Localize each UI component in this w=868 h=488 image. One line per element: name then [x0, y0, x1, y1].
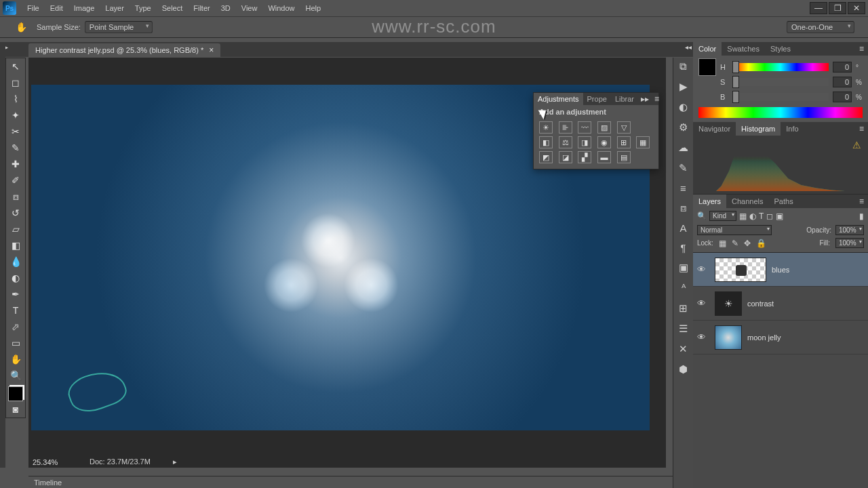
lock-pixels-icon[interactable]: ✎: [732, 239, 738, 248]
crop-tool-icon[interactable]: ✂: [8, 124, 23, 139]
panel-icon-cross[interactable]: ✕: [679, 343, 688, 355]
filter-smart-icon[interactable]: ▣: [776, 211, 783, 221]
menu-edit[interactable]: Edit: [45, 0, 68, 16]
layers-panel-menu-icon[interactable]: ≡: [855, 197, 868, 206]
path-select-tool-icon[interactable]: ⬀: [8, 319, 23, 334]
lasso-tool-icon[interactable]: ⌇: [8, 92, 23, 106]
levels-icon[interactable]: ⊪: [559, 121, 572, 134]
lock-transparency-icon[interactable]: ▦: [719, 239, 726, 248]
color-balance-icon[interactable]: ⚖: [559, 136, 572, 148]
eraser-tool-icon[interactable]: ▱: [8, 222, 23, 237]
layer-row[interactable]: 👁 ☀ contrast: [693, 287, 868, 321]
panel-icon-para[interactable]: ¶: [680, 242, 686, 253]
tab-close-icon[interactable]: ×: [209, 45, 214, 55]
document-tab[interactable]: Higher contrast jelly.psd @ 25.3% (blues…: [28, 43, 220, 57]
tab-color[interactable]: Color: [693, 42, 722, 56]
status-play-icon[interactable]: ▸: [173, 458, 177, 466]
quick-mask-icon[interactable]: ◙: [8, 402, 23, 417]
panel-icon-char[interactable]: A: [679, 222, 686, 234]
zoom-tool-icon[interactable]: 🔍: [8, 368, 23, 383]
visibility-icon[interactable]: 👁: [697, 298, 709, 308]
filter-toggle-icon[interactable]: ▮: [859, 211, 864, 221]
b-value[interactable]: 0: [833, 92, 852, 102]
fill-input[interactable]: 100%: [835, 238, 864, 248]
panel-icon-stack[interactable]: ⧈: [680, 202, 687, 214]
expand-right-icon[interactable]: ◂◂: [685, 43, 692, 51]
panel-icon-sliders[interactable]: ≡: [680, 182, 686, 194]
lock-all-icon[interactable]: 🔒: [756, 239, 766, 248]
layer-row[interactable]: 👁 moon jelly: [693, 321, 868, 354]
panel-icon-a2[interactable]: ᴬ: [682, 282, 686, 294]
exposure-icon[interactable]: ▨: [597, 121, 611, 134]
layer-name[interactable]: blues: [772, 266, 789, 274]
tab-paths[interactable]: Paths: [769, 195, 799, 208]
filter-kind-dropdown[interactable]: Kind: [709, 211, 736, 221]
visibility-icon[interactable]: 👁: [697, 332, 709, 342]
tab-navigator[interactable]: Navigator: [693, 122, 736, 136]
panel-icon-yin[interactable]: ◐: [679, 101, 688, 113]
menu-help[interactable]: Help: [300, 0, 327, 16]
blend-mode-dropdown[interactable]: Normal: [697, 225, 772, 235]
threshold-icon[interactable]: ▞: [578, 151, 591, 163]
nav-panel-menu-icon[interactable]: ≡: [855, 124, 868, 134]
opacity-input[interactable]: 100%: [835, 225, 864, 235]
panel-icon-grid[interactable]: ⊞: [679, 302, 688, 314]
panel-icon-cube[interactable]: ⬢: [679, 363, 688, 375]
selective-color-icon[interactable]: ▤: [617, 151, 631, 163]
layer-thumbnail[interactable]: [715, 325, 742, 350]
tab-histogram[interactable]: Histogram: [736, 122, 781, 136]
fg-bg-color-swatch[interactable]: [8, 386, 23, 401]
healing-brush-tool-icon[interactable]: ✚: [8, 157, 23, 171]
panel-icon-align[interactable]: ☰: [679, 323, 688, 335]
channel-mixer-icon[interactable]: ⊞: [617, 136, 631, 148]
s-value[interactable]: 0: [833, 77, 852, 87]
panel-icon-1[interactable]: ⧉: [679, 60, 687, 73]
menu-image[interactable]: Image: [68, 0, 100, 16]
history-brush-tool-icon[interactable]: ↺: [8, 205, 23, 220]
tab-layers[interactable]: Layers: [693, 195, 726, 208]
gradient-tool-icon[interactable]: ◧: [8, 238, 23, 253]
type-tool-icon[interactable]: T: [8, 303, 23, 318]
hand-tool-icon[interactable]: ✋: [14, 20, 28, 35]
menu-view[interactable]: View: [236, 0, 263, 16]
filter-type-icon[interactable]: T: [759, 211, 764, 221]
bri-slider[interactable]: [732, 93, 829, 101]
menu-layer[interactable]: Layer: [100, 0, 130, 16]
window-minimize-icon[interactable]: —: [810, 2, 827, 14]
filter-pixel-icon[interactable]: ▦: [739, 211, 747, 221]
h-value[interactable]: 0: [833, 62, 852, 73]
doc-size-status[interactable]: Doc: 23.7M/23.7M ▸: [90, 458, 177, 466]
workspace-dropdown[interactable]: One-on-One: [787, 21, 854, 33]
window-restore-icon[interactable]: ❐: [829, 2, 846, 14]
invert-icon[interactable]: ◩: [539, 151, 553, 163]
panel-icon-cloud[interactable]: ☁: [678, 142, 688, 154]
menu-3d[interactable]: 3D: [216, 0, 236, 16]
hand-tool-icon[interactable]: ✋: [8, 352, 23, 367]
gradient-map-icon[interactable]: ▬: [597, 151, 611, 163]
hue-sat-icon[interactable]: ◧: [539, 136, 553, 148]
tab-channels[interactable]: Channels: [726, 195, 768, 208]
curves-icon[interactable]: 〰: [578, 121, 591, 134]
move-tool-icon[interactable]: ↖: [8, 59, 23, 74]
menu-filter[interactable]: Filter: [188, 0, 215, 16]
layer-row[interactable]: 👁 blues: [693, 253, 868, 287]
fg-bg-swatch[interactable]: [698, 58, 716, 76]
eyedropper-tool-icon[interactable]: ✎: [8, 140, 23, 155]
search-icon[interactable]: 🔍: [697, 211, 707, 220]
tab-styles[interactable]: Styles: [765, 42, 796, 56]
menu-window[interactable]: Window: [262, 0, 300, 16]
dodge-tool-icon[interactable]: ◐: [8, 270, 23, 285]
color-panel-menu-icon[interactable]: ≡: [855, 44, 868, 54]
shape-tool-icon[interactable]: ▭: [8, 336, 23, 350]
tab-properties[interactable]: Prope: [583, 93, 611, 105]
bw-icon[interactable]: ◨: [578, 136, 591, 148]
filter-adjust-icon[interactable]: ◐: [749, 211, 756, 221]
magic-wand-tool-icon[interactable]: ✦: [8, 108, 23, 123]
tab-swatches[interactable]: Swatches: [722, 42, 765, 56]
zoom-level[interactable]: 25.34%: [33, 458, 58, 466]
layer-thumbnail[interactable]: [715, 258, 766, 282]
layer-name[interactable]: moon jelly: [747, 333, 781, 342]
panel-icon-brush[interactable]: ✎: [679, 162, 688, 174]
menu-type[interactable]: Type: [130, 0, 157, 16]
filter-shape-icon[interactable]: ◻: [766, 211, 773, 221]
